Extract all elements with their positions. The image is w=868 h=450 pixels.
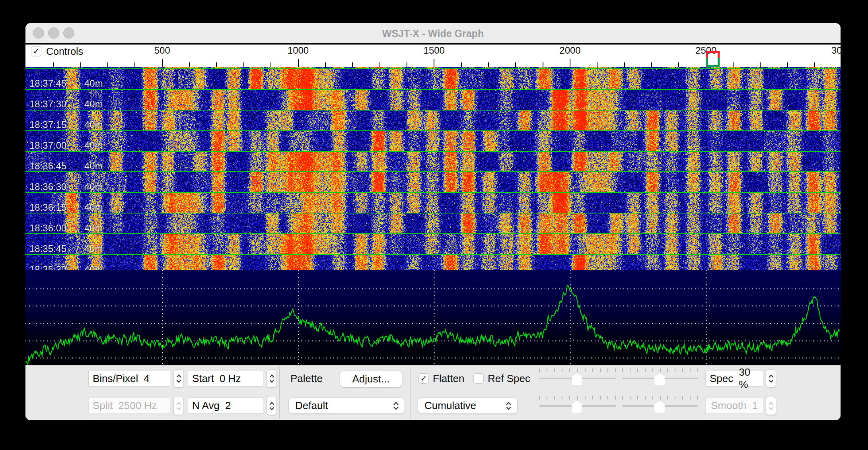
slider-tick (585, 369, 586, 372)
slider-tick (660, 369, 661, 372)
scale-tick-label: 1500 (424, 45, 445, 56)
waterfall-band: 40m (84, 78, 103, 89)
spectrum-mode-value: Cumulative (424, 400, 476, 412)
waterfall-band: 40m (84, 181, 103, 192)
slider-tick (600, 396, 601, 400)
updown-chevron-icon (506, 402, 512, 410)
smooth-stepper (766, 397, 776, 415)
waterfall-row-label: 18:36:0040m (29, 223, 141, 234)
stepper-down-icon (269, 380, 274, 383)
slider-tick (615, 369, 616, 372)
slider-tick (652, 369, 653, 372)
scale-minor-tick (787, 62, 788, 67)
spec-stepper[interactable] (766, 369, 776, 388)
spec-spinbox[interactable]: Spec 30 % (705, 370, 763, 387)
slider-tick (697, 369, 698, 372)
slider-tick (652, 396, 653, 400)
scale-minor-tick (243, 62, 244, 67)
rx-frequency-marker-icon (706, 58, 720, 67)
slider-handle[interactable] (654, 373, 665, 385)
scale-major-tick (434, 59, 434, 67)
palette-adjust-button[interactable]: Adjust... (340, 370, 402, 388)
start-label: Start (192, 372, 214, 385)
slider-tick (690, 396, 691, 400)
scale-minor-tick (543, 62, 543, 67)
scale-minor-tick (53, 62, 54, 67)
stepper-down-icon (176, 380, 181, 383)
frequency-scale[interactable]: ✓ Controls 50010001500200025003000 (25, 45, 841, 67)
waterfall-time: 18:36:30 (29, 181, 66, 192)
slider-tick (600, 369, 601, 372)
slider-tick (697, 396, 698, 400)
spectrum-canvas[interactable] (25, 270, 841, 365)
scale-minor-tick (380, 62, 380, 67)
start-value: 0 Hz (220, 372, 241, 385)
waterfall-time: 18:36:45 (29, 161, 66, 171)
waterfall-gain-slider[interactable] (539, 369, 616, 388)
palette-select[interactable]: Default (288, 398, 405, 414)
stepper-up-icon (176, 374, 181, 378)
stepper-down-icon (269, 407, 274, 410)
n-avg-spinbox[interactable]: N Avg 2 (188, 398, 263, 414)
slider-tick (577, 396, 578, 400)
scale-minor-tick (107, 62, 108, 67)
n-avg-value: 2 (225, 400, 231, 412)
controls-checkbox[interactable]: ✓ (31, 46, 41, 56)
waterfall-row-label: 18:36:4540m (29, 161, 141, 172)
palette-label: Palette (290, 373, 323, 384)
slider-handle[interactable] (572, 373, 582, 385)
n-avg-stepper[interactable] (267, 397, 277, 415)
scale-tick-label: 2000 (559, 45, 580, 56)
slider-tick (690, 369, 691, 372)
spectrum-mode-select[interactable]: Cumulative (418, 398, 518, 414)
waterfall-row-label: 18:35:4540m (29, 243, 141, 254)
flatten-label: Flatten (433, 373, 465, 384)
waterfall-time: 18:37:45 (29, 78, 66, 89)
slider-tick (592, 396, 593, 400)
waterfall-time: 18:36:15 (29, 202, 66, 213)
waterfall-canvas[interactable] (25, 67, 841, 270)
spectrum-display (25, 270, 841, 365)
scale-minor-tick (651, 62, 652, 67)
slider-tick (585, 396, 586, 400)
slider-handle[interactable] (572, 401, 582, 413)
slider-tick (675, 396, 675, 400)
ref-spec-checkbox[interactable] (473, 373, 484, 384)
slider-tick (569, 369, 570, 372)
waterfall-band: 40m (84, 243, 103, 254)
scale-minor-tick (407, 62, 407, 67)
flatten-checkbox[interactable]: ✓ (418, 373, 429, 384)
slider-handle[interactable] (654, 401, 665, 413)
spectrum-zero-slider[interactable] (622, 396, 698, 415)
bins-pixel-label: Bins/Pixel (93, 372, 138, 385)
slider-tick (630, 369, 631, 372)
slider-tick (592, 369, 593, 372)
waterfall-time: 18:36:00 (29, 223, 66, 233)
waterfall-band: 40m (84, 223, 103, 234)
scale-minor-tick (325, 62, 326, 67)
smooth-label: Smooth (711, 400, 747, 412)
controls-label: Controls (46, 46, 83, 56)
waterfall-band: 40m (84, 264, 103, 270)
scale-minor-tick (189, 62, 190, 67)
waterfall-time: 18:35:30 (29, 264, 66, 270)
slider-tick (562, 396, 562, 400)
ref-spec-label: Ref Spec (488, 373, 530, 384)
slider-tick (539, 369, 540, 372)
waterfall-display: 18:37:4540m18:37:3040m18:37:1540m18:37:0… (25, 67, 841, 270)
scale-minor-tick (597, 62, 597, 67)
waterfall-zero-slider[interactable] (539, 396, 616, 415)
slider-tick (682, 396, 683, 400)
updown-chevron-icon (393, 402, 399, 410)
slider-tick (622, 369, 623, 372)
scale-minor-tick (733, 62, 734, 67)
bins-pixel-spinbox[interactable]: Bins/Pixel 4 (88, 370, 170, 387)
waterfall-band: 40m (84, 202, 103, 213)
rx-tx-frequency-marker (706, 51, 720, 67)
spectrum-gain-slider[interactable] (622, 369, 698, 388)
start-stepper[interactable] (267, 369, 277, 388)
waterfall-row-label: 18:36:3040m (29, 181, 141, 192)
bins-pixel-stepper[interactable] (173, 369, 184, 388)
start-spinbox[interactable]: Start 0 Hz (188, 370, 263, 387)
slider-tick (637, 369, 638, 372)
